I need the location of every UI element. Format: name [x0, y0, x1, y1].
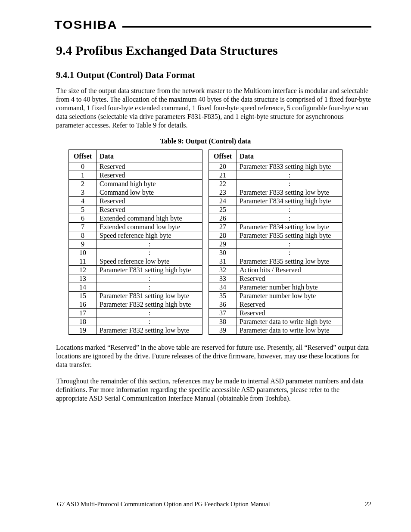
data-cell: : [237, 249, 342, 257]
data-cell: Action bits / Reserved [237, 266, 342, 274]
table-row: 13: [69, 274, 202, 283]
offset-cell: 19 [69, 326, 97, 335]
table-row: 0Reserved [69, 162, 202, 171]
table-header-offset: Offset [209, 150, 237, 162]
offset-cell: 3 [69, 188, 97, 197]
table-row: 17: [69, 309, 202, 317]
table-row: 27Parameter F834 setting low byte [209, 223, 342, 231]
offset-cell: 17 [69, 309, 97, 317]
offset-cell: 28 [209, 231, 237, 240]
offset-cell: 31 [209, 257, 237, 266]
data-cell: Parameter F832 setting low byte [97, 326, 202, 335]
table-row: 6Extended command high byte [69, 214, 202, 223]
data-cell: : [97, 309, 202, 317]
offset-cell: 8 [69, 231, 97, 240]
offset-cell: 10 [69, 249, 97, 257]
table-row: 3Command low byte [69, 188, 202, 197]
table-row: 35Parameter number low byte [209, 292, 342, 300]
table-row: 2Command high byte [69, 180, 202, 188]
data-cell: Reserved [237, 300, 342, 309]
table-row: 22: [209, 180, 342, 188]
paragraph-1: The size of the output data structure fr… [56, 87, 371, 130]
data-cell: Reserved [97, 197, 202, 205]
data-cell: Command high byte [97, 180, 202, 188]
offset-cell: 7 [69, 223, 97, 231]
table-row: 21: [209, 171, 342, 180]
offset-cell: 2 [69, 180, 97, 188]
data-cell: Parameter number high byte [237, 283, 342, 292]
table-header-data: Data [97, 150, 202, 162]
data-cell: Reserved [97, 171, 202, 180]
table-9-left: Offset Data 0Reserved1Reserved2Command h… [68, 149, 202, 335]
data-cell: Extended command high byte [97, 214, 202, 223]
brand-logo: TOSHIBA [54, 19, 122, 31]
data-cell: Speed reference high byte [97, 231, 202, 240]
offset-cell: 38 [209, 317, 237, 326]
data-cell: Parameter number low byte [237, 292, 342, 300]
offset-cell: 33 [209, 274, 237, 283]
table-row: 30: [209, 249, 342, 257]
table-row: 25: [209, 205, 342, 214]
data-cell: : [237, 180, 342, 188]
table-9-right: Offset Data 20Parameter F833 setting hig… [209, 149, 342, 335]
offset-cell: 21 [209, 171, 237, 180]
offset-cell: 5 [69, 205, 97, 214]
table-row: 5Reserved [69, 205, 202, 214]
offset-cell: 4 [69, 197, 97, 205]
table-row: 20Parameter F833 setting high byte [209, 162, 342, 171]
data-cell: Speed reference low byte [97, 257, 202, 266]
data-cell: Reserved [97, 162, 202, 171]
section-title: 9.4 Profibus Exchanged Data Structures [56, 43, 371, 58]
table-row: 19Parameter F832 setting low byte [69, 326, 202, 335]
offset-cell: 27 [209, 223, 237, 231]
table-row: 14: [69, 283, 202, 292]
offset-cell: 30 [209, 249, 237, 257]
table-row: 31Parameter F835 setting low byte [209, 257, 342, 266]
data-cell: Reserved [237, 274, 342, 283]
offset-cell: 18 [69, 317, 97, 326]
data-cell: Parameter data to write low byte [237, 326, 342, 335]
paragraph-2: Locations marked “Reserved” in the above… [56, 343, 371, 369]
footer-title: G7 ASD Multi-Protocol Communication Opti… [57, 501, 270, 508]
table-row: 39Parameter data to write low byte [209, 326, 342, 335]
data-cell: Extended command low byte [97, 223, 202, 231]
data-cell: : [237, 240, 342, 249]
table-row: 9: [69, 240, 202, 249]
offset-cell: 9 [69, 240, 97, 249]
offset-cell: 1 [69, 171, 97, 180]
table-row: 32Action bits / Reserved [209, 266, 342, 274]
table-row: 8Speed reference high byte [69, 231, 202, 240]
table-row: 29: [209, 240, 342, 249]
table-row: 12Parameter F831 setting high byte [69, 266, 202, 274]
paragraph-3: Throughout the remainder of this section… [56, 377, 371, 403]
offset-cell: 15 [69, 292, 97, 300]
offset-cell: 29 [209, 240, 237, 249]
offset-cell: 6 [69, 214, 97, 223]
offset-cell: 13 [69, 274, 97, 283]
table-caption: Table 9: Output (Control) data [40, 137, 371, 145]
offset-cell: 24 [209, 197, 237, 205]
data-cell: : [237, 205, 342, 214]
table-row: 26: [209, 214, 342, 223]
data-cell: Parameter F833 setting high byte [237, 162, 342, 171]
table-row: 18: [69, 317, 202, 326]
table-header-offset: Offset [69, 150, 97, 162]
table-row: 7Extended command low byte [69, 223, 202, 231]
table-row: 34Parameter number high byte [209, 283, 342, 292]
header: TOSHIBA [56, 19, 371, 31]
data-cell: : [237, 171, 342, 180]
header-rule [122, 26, 372, 29]
data-cell: : [97, 283, 202, 292]
offset-cell: 26 [209, 214, 237, 223]
data-cell: : [97, 240, 202, 249]
subsection-title: 9.4.1 Output (Control) Data Format [56, 70, 371, 81]
table-row: 28Parameter F835 setting high byte [209, 231, 342, 240]
data-cell: Parameter F835 setting high byte [237, 231, 342, 240]
data-cell: : [97, 317, 202, 326]
table-row: 36Reserved [209, 300, 342, 309]
table-row: 1Reserved [69, 171, 202, 180]
table-row: 24Parameter F834 setting high byte [209, 197, 342, 205]
data-cell: Parameter F834 setting high byte [237, 197, 342, 205]
offset-cell: 22 [209, 180, 237, 188]
data-cell: Parameter F831 setting high byte [97, 266, 202, 274]
